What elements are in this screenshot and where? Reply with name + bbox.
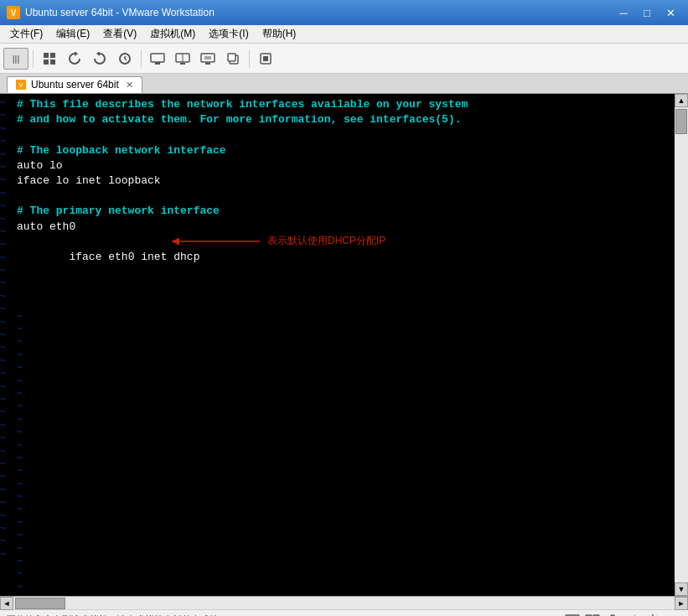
scroll-track[interactable] <box>675 107 688 582</box>
toolbar-btn-vm3[interactable] <box>196 47 220 70</box>
toolbar-btn-forward[interactable] <box>88 47 111 70</box>
toolbar-btn-vm1[interactable] <box>146 47 169 70</box>
window-title: Ubuntu server 64bit - VMware Workstation <box>25 7 215 18</box>
tab-ubuntu[interactable]: V Ubuntu server 64bit ✕ <box>7 76 142 93</box>
tab-close-button[interactable]: ✕ <box>126 80 133 91</box>
menu-help[interactable]: 帮助(H) <box>256 25 303 43</box>
status-icon-menu[interactable] <box>665 613 681 617</box>
status-icon-display[interactable] <box>564 613 581 617</box>
term-line-10: iface eth0 inet dhcp 表示默认使用DHCP分配IP <box>17 235 668 311</box>
toolbar-btn-copy[interactable] <box>221 47 245 70</box>
term-line-3 <box>17 127 668 142</box>
svg-rect-14 <box>228 54 235 61</box>
status-bar: 要将输入定向到该虚拟机，请在虚拟机内部单击或按 Ctrl+G。 <box>0 609 688 616</box>
status-icon-sound[interactable] <box>624 613 641 617</box>
svg-rect-2 <box>44 60 49 65</box>
term-line-4: # The loopback network interface <box>17 143 668 158</box>
close-button[interactable]: ✕ <box>660 4 681 21</box>
toolbar-btn-fullscreen[interactable] <box>254 47 277 70</box>
status-icon-settings[interactable] <box>644 613 661 617</box>
menu-tabs[interactable]: 选项卡(I) <box>202 25 255 43</box>
toolbar-btn-grid[interactable] <box>38 47 61 70</box>
main-content: ~ ~ ~ ~ ~ ~ ~ ~ ~ ~ ~ ~ ~ ~ ~ ~ ~ ~ ~ ~ … <box>0 94 688 596</box>
toolbar: ||| <box>0 44 688 74</box>
annotation-arrow <box>163 233 264 250</box>
scroll-thumb[interactable] <box>675 109 687 134</box>
toolbar-separator-2 <box>141 49 142 68</box>
term-line-2: # and how to activate them. For more inf… <box>17 112 668 127</box>
svg-rect-5 <box>151 54 164 62</box>
tab-vm-icon: V <box>16 80 26 90</box>
toolbar-separator-3 <box>249 49 250 68</box>
toolbar-btn-refresh[interactable] <box>63 47 86 70</box>
menu-bar: 文件(F) 编辑(E) 查看(V) 虚拟机(M) 选项卡(I) 帮助(H) <box>0 25 688 44</box>
status-icons <box>564 613 681 617</box>
maximize-button[interactable]: □ <box>636 4 658 21</box>
hscroll-thumb[interactable] <box>15 598 65 609</box>
tilde-lines-bottom: ~~~~~~~~ ~~~~~~~~ ~~~~~~~~ <box>17 311 668 596</box>
svg-rect-3 <box>50 60 55 65</box>
term-line-8: # The primary network interface <box>17 204 668 219</box>
annotation-text: 表示默认使用DHCP分配IP <box>267 234 385 248</box>
hscroll-track[interactable] <box>13 597 675 609</box>
svg-rect-12 <box>205 63 210 65</box>
menu-file[interactable]: 文件(F) <box>3 25 49 43</box>
title-bar: V Ubuntu server 64bit - VMware Workstati… <box>0 0 688 25</box>
tab-bar: V Ubuntu server 64bit ✕ <box>0 74 688 94</box>
toolbar-combo[interactable]: ||| <box>3 48 28 70</box>
term-line-5: auto lo <box>17 158 668 173</box>
svg-rect-1 <box>50 53 55 58</box>
terminal-content: # This file describes the network interf… <box>17 97 668 311</box>
title-bar-left: V Ubuntu server 64bit - VMware Workstati… <box>7 6 215 19</box>
minimize-button[interactable]: ─ <box>613 4 634 21</box>
term-line-7 <box>17 189 668 204</box>
horizontal-scrollbar[interactable]: ◄ ► <box>0 596 688 609</box>
hscroll-right-button[interactable]: ► <box>675 597 688 610</box>
hscroll-left-button[interactable]: ◄ <box>0 597 13 610</box>
menu-view[interactable]: 查看(V) <box>96 25 143 43</box>
svg-rect-7 <box>154 62 161 63</box>
toolbar-separator-1 <box>33 49 34 68</box>
scroll-down-button[interactable]: ▼ <box>675 582 688 596</box>
status-icon-network[interactable] <box>584 613 601 617</box>
term-line-6: iface lo inet loopback <box>17 173 668 189</box>
tab-label: Ubuntu server 64bit <box>31 79 119 91</box>
scroll-up-button[interactable]: ▲ <box>675 94 688 107</box>
term-line-1: # This file describes the network interf… <box>17 97 668 112</box>
svg-rect-6 <box>155 63 160 65</box>
app-icon: V <box>7 6 20 19</box>
terminal[interactable]: ~ ~ ~ ~ ~ ~ ~ ~ ~ ~ ~ ~ ~ ~ ~ ~ ~ ~ ~ ~ … <box>0 94 675 596</box>
svg-rect-0 <box>44 53 49 58</box>
menu-edit[interactable]: 编辑(E) <box>49 25 96 43</box>
toolbar-btn-snap[interactable] <box>113 47 137 70</box>
menu-vm[interactable]: 虚拟机(M) <box>143 25 202 43</box>
status-icon-usb[interactable] <box>604 613 621 617</box>
svg-rect-16 <box>263 56 268 61</box>
svg-rect-11 <box>201 54 215 62</box>
window-controls: ─ □ ✕ <box>613 4 681 21</box>
svg-rect-9 <box>180 63 185 65</box>
vertical-scrollbar[interactable]: ▲ ▼ <box>675 94 688 596</box>
toolbar-btn-vm2[interactable] <box>171 47 194 70</box>
